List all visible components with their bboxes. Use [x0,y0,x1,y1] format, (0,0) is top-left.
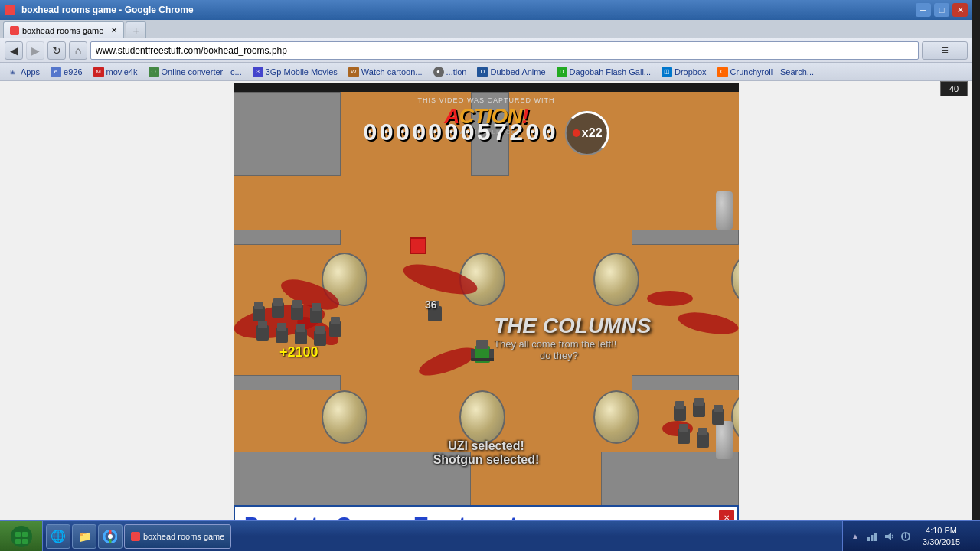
counter-box: 40 [940,81,968,96]
bookmark-movie4k[interactable]: M movie4k [90,66,141,78]
enemy-group-right [670,398,739,467]
taskbar-boxhead-button[interactable]: boxhead rooms game [124,524,231,549]
svg-rect-32 [679,424,688,432]
tab-close-icon[interactable]: ✕ [111,26,117,34]
maximize-button[interactable]: □ [934,3,949,17]
svg-rect-30 [714,405,723,412]
level-subtitle2: do they? [494,350,651,361]
column-5 [322,390,368,444]
tab-new-label: + [132,24,139,37]
small-cylinder-1 [716,191,733,230]
tray-arrow-icon[interactable]: ▲ [849,530,861,543]
bookmark-e926[interactable]: e e926 [47,66,85,78]
tray-network-icon[interactable] [866,530,878,543]
tab-favicon-icon [10,26,19,35]
svg-rect-1 [254,302,263,309]
taskbar: 🌐 📁 boxhead rooms game ▲ [0,520,980,551]
player-character [471,337,494,367]
taskbar-chrome-button[interactable] [98,524,122,549]
svg-rect-15 [315,326,325,334]
converter-favicon: O [149,67,159,77]
svg-rect-9 [258,321,267,328]
notification-uzi: UZI selected! [433,439,540,453]
score-number: 000000057200 [363,119,557,148]
svg-rect-38 [15,539,21,544]
bookmark-tion[interactable]: ● ...tion [430,66,470,78]
captured-text: THIS VIDEO WAS CAPTURED WITH [417,96,554,104]
svg-rect-47 [905,533,906,538]
bookmark-converter-label: Online converter - c... [162,67,242,77]
bookmark-apps[interactable]: ⊞ Apps [5,66,43,78]
ad-banner: Prostate Cancer Treatment ✕ [234,505,739,520]
svg-marker-45 [885,533,891,540]
game-canvas[interactable]: THIS VIDEO WAS CAPTURED WITH ACTION! WWW… [234,92,739,505]
bookmark-converter[interactable]: O Online converter - c... [145,66,245,78]
item-pickup [410,237,426,254]
minimize-button[interactable]: ─ [916,3,931,17]
column-3 [593,253,639,306]
score-display: 000000057200 x22 [363,111,609,155]
tray-volume-icon[interactable] [883,530,895,543]
dropbox-favicon: ◫ [662,67,672,77]
svg-rect-22 [471,358,494,361]
svg-point-41 [108,534,113,539]
bookmark-3gp[interactable]: 3 3Gp Mobile Movies [250,66,341,78]
game-top-bar: 40 [234,83,739,92]
forward-button[interactable]: ▶ [26,41,44,60]
svg-rect-39 [22,539,28,544]
bookmark-cartoon[interactable]: W Watch cartoon... [345,66,426,78]
close-button[interactable]: ✕ [952,3,968,17]
svg-rect-5 [292,300,302,308]
bookmark-dubbed-label: Dubbed Anime [490,67,545,77]
home-button[interactable]: ⌂ [69,41,87,60]
taskbar-tray: ▲ 4:10 PM 3/30/2015 [842,521,980,551]
level-subtitle: They all come from the left!! [494,338,651,350]
ad-close-button[interactable]: ✕ [719,510,734,520]
svg-rect-13 [296,324,305,332]
bookmark-dropbox[interactable]: ◫ Dropbox [658,66,710,78]
back-button[interactable]: ◀ [5,41,23,60]
apps-grid-icon: ⊞ [8,67,18,77]
score-popup: +2100 [279,344,318,360]
bookmarks-bar: ⊞ Apps e e926 M movie4k O Online convert… [0,63,972,81]
bookmark-dagobah-label: Dagobah Flash Gall... [570,67,651,77]
svg-rect-19 [476,340,488,349]
e926-favicon: e [51,67,61,77]
tab-new[interactable]: + [126,21,145,38]
bookmark-dropbox-label: Dropbox [675,67,707,77]
game-wrapper[interactable]: 40 THIS VIDEO WAS CAPTURED WITH ACTION! … [234,83,739,505]
multiplier-arc [565,111,609,155]
svg-rect-3 [273,298,283,306]
ad-title: Prostate Cancer Treatment [244,513,728,520]
bookmark-dagobah[interactable]: D Dagobah Flash Gall... [554,66,654,78]
reload-button[interactable]: ↻ [47,41,66,60]
bookmark-crunchyroll-label: Crunchyroll - Search... [730,67,814,77]
svg-rect-28 [694,398,704,406]
game-notifications: UZI selected! Shotgun selected! [433,439,540,467]
column-7 [593,390,639,444]
wave-counter: 36 [425,298,437,311]
address-bar[interactable] [90,41,919,60]
system-clock[interactable]: 4:10 PM 3/30/2015 [916,525,966,547]
wall-leftmid [234,230,341,245]
svg-rect-7 [312,303,321,311]
movie4k-favicon: M [93,67,104,77]
taskbar-explorer-button[interactable]: 📁 [72,524,96,549]
bookmark-movie4k-label: movie4k [106,67,138,77]
tab-favicon [5,5,15,15]
tab-bar: boxhead rooms game ✕ + [0,20,972,38]
bookmark-apps-label: Apps [21,67,40,77]
bookmark-crunchyroll[interactable]: C Crunchyroll - Search... [714,66,817,78]
svg-rect-11 [277,323,286,331]
tab-boxhead[interactable]: boxhead rooms game ✕ [3,21,124,38]
tray-power-icon[interactable] [900,530,912,543]
address-input[interactable] [96,45,913,56]
options-button[interactable]: ☰ [922,41,968,60]
counter-value: 40 [949,84,959,93]
nav-bar: ◀ ▶ ↻ ⌂ ☰ [0,38,972,63]
start-button[interactable] [0,521,43,552]
wall-leftbottom [234,375,341,390]
tion-favicon: ● [433,67,444,77]
taskbar-ie-button[interactable]: 🌐 [46,524,70,549]
bookmark-dubbed[interactable]: D Dubbed Anime [474,66,548,78]
